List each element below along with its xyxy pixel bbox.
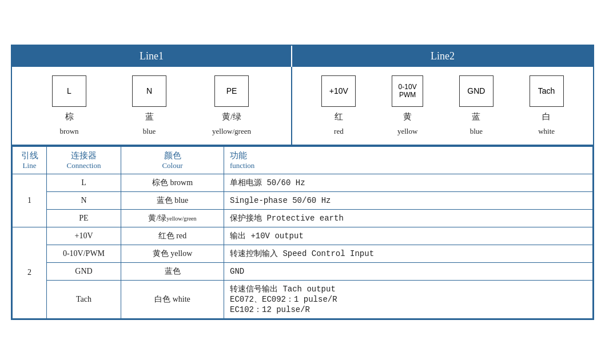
- table-header-row: 引线 Line 连接器 Connection 颜色 Colour 功能 func…: [13, 146, 593, 174]
- connector-box-Tach: Tach: [530, 75, 564, 107]
- label-en-L: brown: [59, 127, 78, 136]
- label-cn-L: 棕: [65, 111, 74, 122]
- spec-table: 引线 Line 连接器 Connection 颜色 Colour 功能 func…: [12, 146, 593, 319]
- conn-GND: GND: [47, 262, 121, 280]
- th-function: 功能 function: [224, 146, 593, 174]
- conn-N: N: [47, 191, 121, 209]
- func-PE: 保护接地 Protective earth: [224, 209, 593, 227]
- line1-connectors: L 棕 brown N 蓝 blue PE 黄/绿 yellow/green: [29, 75, 274, 136]
- label-en-PWM: yellow: [397, 127, 417, 136]
- colour-yellow: 黄色 yellow: [121, 245, 224, 262]
- func-L: 单相电源 50/60 Hz: [224, 174, 593, 191]
- th-func-cn: 功能: [230, 150, 587, 161]
- main-container: Line1 Line2 L 棕 brown N 蓝 blue PE 黄/绿: [11, 45, 594, 320]
- line2-connectors: +10V 红 red 0-10VPWM 黄 yellow GND 蓝 blue …: [304, 75, 582, 136]
- table-row: 2 +10V 红色 red 输出 +10V output: [13, 227, 593, 245]
- label-cn-Tach: 白: [542, 111, 551, 122]
- label-cn-PE: 黄/绿: [222, 111, 241, 122]
- func-Tach: 转速信号输出 Tach output EC072、EC092：1 pulse/R…: [224, 280, 593, 318]
- connector-N: N 蓝 blue: [132, 75, 166, 136]
- th-colour-cn: 颜色: [127, 150, 218, 161]
- connector-PE: PE 黄/绿 yellow/green: [212, 75, 251, 136]
- label-cn-PWM: 黄: [403, 111, 412, 122]
- colour-blue: 蓝色 blue: [121, 191, 224, 209]
- conn-10V: +10V: [47, 227, 121, 245]
- label-en-10V: red: [334, 127, 344, 136]
- table-section: 引线 Line 连接器 Connection 颜色 Colour 功能 func…: [12, 146, 593, 319]
- connector-GND: GND 蓝 blue: [459, 75, 493, 136]
- table-row: 0-10V/PWM 黄色 yellow 转速控制输入 Speed Control…: [13, 245, 593, 262]
- line-number-2: 2: [13, 227, 47, 318]
- line-number-1: 1: [13, 174, 47, 227]
- header-row: Line1 Line2: [12, 46, 593, 67]
- th-conn-cn: 连接器: [53, 150, 115, 161]
- colour-white: 白色 white: [121, 280, 224, 318]
- label-cn-10V: 红: [335, 111, 343, 122]
- table-row: PE 黄/绿yellow/green 保护接地 Protective earth: [13, 209, 593, 227]
- func-N: Single-phase 50/60 Hz: [224, 191, 593, 209]
- connector-box-GND: GND: [459, 75, 493, 107]
- th-line-cn: 引线: [18, 150, 41, 161]
- connector-10V: +10V 红 red: [321, 75, 356, 136]
- table-row: GND 蓝色 GND: [13, 262, 593, 280]
- conn-PWM: 0-10V/PWM: [47, 245, 121, 262]
- table-row: 1 L 棕色 browm 单相电源 50/60 Hz: [13, 174, 593, 191]
- th-func-en: function: [230, 161, 587, 170]
- table-row: Tach 白色 white 转速信号输出 Tach output EC072、E…: [13, 280, 593, 318]
- connector-Tach: Tach 白 white: [530, 75, 564, 136]
- connector-PWM: 0-10VPWM 黄 yellow: [392, 75, 423, 136]
- label-cn-N: 蓝: [145, 111, 154, 122]
- conn-Tach: Tach: [47, 280, 121, 318]
- th-conn-en: Connection: [53, 161, 115, 170]
- colour-yellow-green: 黄/绿yellow/green: [121, 209, 224, 227]
- func-GND: GND: [224, 262, 593, 280]
- table-row: N 蓝色 blue Single-phase 50/60 Hz: [13, 191, 593, 209]
- th-line: 引线 Line: [13, 146, 47, 174]
- header-line1: Line1: [12, 46, 292, 67]
- label-en-Tach: white: [538, 127, 555, 136]
- connector-box-PE: PE: [214, 75, 249, 107]
- header-line2: Line2: [292, 46, 593, 67]
- th-colour-en: Colour: [127, 161, 218, 170]
- colour-gnd-blue: 蓝色: [121, 262, 224, 280]
- diagram-line2: +10V 红 red 0-10VPWM 黄 yellow GND 蓝 blue …: [292, 67, 593, 145]
- diagram-line1: L 棕 brown N 蓝 blue PE 黄/绿 yellow/green: [12, 67, 292, 145]
- connector-box-L: L: [52, 75, 86, 107]
- th-line-en: Line: [18, 161, 41, 170]
- connector-box-PWM: 0-10VPWM: [392, 75, 423, 107]
- connector-L: L 棕 brown: [52, 75, 86, 136]
- label-en-PE: yellow/green: [212, 127, 251, 136]
- func-10V: 输出 +10V output: [224, 227, 593, 245]
- th-connection: 连接器 Connection: [47, 146, 121, 174]
- connector-box-N: N: [132, 75, 166, 107]
- label-en-N: blue: [143, 127, 156, 136]
- label-cn-GND: 蓝: [472, 111, 480, 122]
- func-PWM: 转速控制输入 Speed Control Input: [224, 245, 593, 262]
- label-en-GND: blue: [470, 127, 483, 136]
- conn-L: L: [47, 174, 121, 191]
- conn-PE: PE: [47, 209, 121, 227]
- diagram-row: L 棕 brown N 蓝 blue PE 黄/绿 yellow/green: [12, 67, 593, 146]
- th-colour: 颜色 Colour: [121, 146, 224, 174]
- connector-box-10V: +10V: [321, 75, 356, 107]
- colour-brown: 棕色 browm: [121, 174, 224, 191]
- colour-red: 红色 red: [121, 227, 224, 245]
